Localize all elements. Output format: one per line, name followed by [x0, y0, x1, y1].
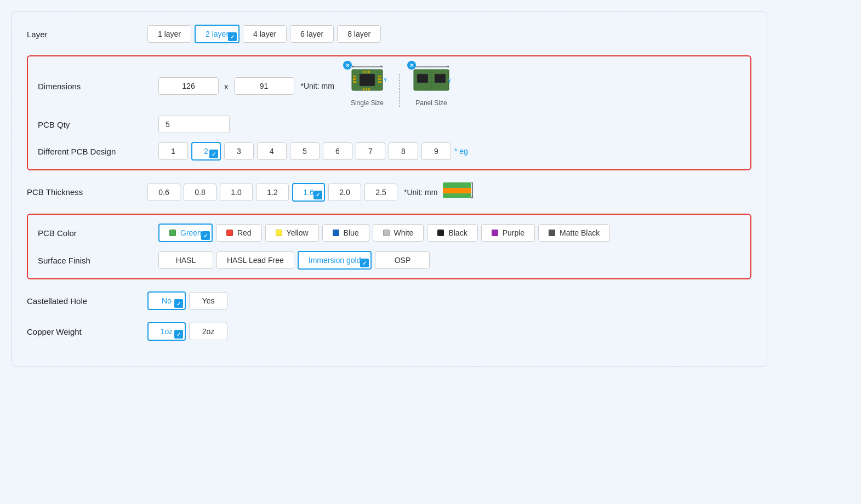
width-input[interactable]	[158, 77, 219, 95]
svg-rect-9	[378, 78, 381, 80]
copper-weight-option[interactable]: 1oz	[147, 322, 186, 341]
pcb-color-option[interactable]: Yellow	[265, 224, 319, 242]
color-label: White	[394, 228, 414, 237]
color-swatch	[226, 230, 233, 236]
svg-rect-11	[363, 71, 364, 73]
surface-finish-option[interactable]: HASL Lead Free	[216, 251, 294, 269]
copper-weight-label: Copper Weight	[27, 327, 147, 336]
color-swatch	[549, 230, 555, 236]
castellated-hole-option[interactable]: No	[147, 291, 186, 310]
surface-finish-option[interactable]: Immersion gold	[298, 251, 372, 270]
color-swatch	[276, 230, 282, 236]
different-pcb-option[interactable]: 1	[158, 142, 188, 160]
castellated-hole-options: NoYes	[147, 291, 227, 310]
pcb-color-option[interactable]: Blue	[322, 224, 369, 242]
svg-rect-26	[443, 182, 471, 188]
different-pcb-label: Different PCB Design	[38, 147, 158, 156]
dimensions-section: Dimensions x *Unit: mm ✕	[27, 55, 751, 170]
color-label: Yellow	[287, 228, 309, 237]
svg-text:Y: Y	[448, 78, 451, 84]
castellated-hole-option[interactable]: Yes	[189, 292, 227, 310]
color-label: Green	[180, 228, 202, 237]
pcb-thickness-options: 0.60.81.01.21.62.02.5	[147, 183, 397, 202]
svg-rect-14	[363, 88, 364, 90]
layer-row: Layer 1 layer2 layer4 layer6 layer8 laye…	[27, 25, 751, 43]
svg-rect-13	[368, 71, 370, 73]
copper-weight-options: 1oz2oz	[147, 322, 227, 341]
color-finish-section: PCB Color GreenRedYellowBlueWhiteBlackPu…	[27, 214, 751, 279]
height-input[interactable]	[234, 77, 294, 95]
different-pcb-row: Different PCB Design 123456789 * eg	[38, 142, 740, 161]
pcb-size-icons: ✕	[347, 65, 451, 107]
different-pcb-option[interactable]: 8	[389, 142, 418, 160]
pcb-thickness-option[interactable]: 1.6	[292, 183, 325, 202]
surface-finish-options: HASLHASL Lead FreeImmersion goldOSP	[158, 251, 430, 270]
panel-size-wrap: ✕	[412, 65, 451, 107]
color-swatch	[169, 230, 176, 236]
pcb-qty-input[interactable]	[158, 116, 230, 133]
castellated-hole-label: Castellated Hole	[27, 296, 147, 306]
pcb-thickness-option[interactable]: 0.6	[147, 184, 180, 201]
color-label: Matte Black	[560, 228, 600, 237]
layer-option[interactable]: 1 layer	[147, 25, 191, 43]
pcb-color-option[interactable]: White	[373, 224, 424, 242]
surface-finish-label: Surface Finish	[38, 256, 158, 265]
different-pcb-option[interactable]: 3	[224, 142, 254, 160]
different-pcb-option[interactable]: 7	[356, 142, 385, 160]
svg-rect-6	[353, 78, 356, 80]
different-pcb-option[interactable]: 6	[323, 142, 352, 160]
pcb-color-option[interactable]: Purple	[481, 224, 535, 242]
pcb-thickness-option[interactable]: 1.2	[256, 184, 289, 201]
svg-rect-27	[443, 188, 471, 193]
layer-option[interactable]: 2 layer	[195, 25, 240, 43]
color-label: Purple	[503, 228, 524, 237]
thickness-unit: *Unit: mm	[404, 188, 437, 197]
copper-weight-option[interactable]: 2oz	[189, 323, 227, 340]
different-pcb-options: 123456789	[158, 142, 451, 161]
different-pcb-option[interactable]: 2	[191, 142, 221, 161]
layer-options: 1 layer2 layer4 layer6 layer8 layer	[147, 25, 381, 43]
pcb-thickness-option[interactable]: 0.8	[184, 184, 216, 201]
dimensions-row: Dimensions x *Unit: mm ✕	[38, 65, 740, 107]
svg-rect-28	[443, 193, 471, 198]
single-size-x-btn[interactable]: ✕	[343, 61, 352, 70]
pcb-color-option[interactable]: Black	[427, 224, 477, 242]
svg-rect-16	[368, 88, 370, 90]
color-swatch	[492, 230, 498, 236]
pcb-qty-label: PCB Qty	[38, 120, 158, 129]
layer-option[interactable]: 4 layer	[243, 25, 287, 43]
svg-rect-12	[366, 71, 367, 73]
svg-rect-4	[360, 74, 375, 86]
single-size-label: Single Size	[351, 99, 384, 107]
pcb-thickness-option[interactable]: 2.0	[328, 184, 361, 201]
panel-size-svg: Y	[412, 65, 451, 95]
pcb-thickness-option[interactable]: 1.0	[220, 184, 253, 201]
pcb-color-row: PCB Color GreenRedYellowBlueWhiteBlackPu…	[38, 224, 740, 242]
svg-rect-5	[353, 76, 356, 77]
layer-option[interactable]: 8 layer	[337, 25, 381, 43]
panel-size-x-btn[interactable]: ✕	[407, 61, 416, 70]
layer-option[interactable]: 6 layer	[290, 25, 334, 43]
pcb-thickness-option[interactable]: 2.5	[364, 184, 397, 201]
color-swatch	[333, 230, 339, 236]
svg-rect-23	[417, 74, 428, 83]
svg-rect-10	[378, 81, 381, 83]
different-pcb-option[interactable]: 4	[257, 142, 287, 160]
different-pcb-option[interactable]: 5	[290, 142, 320, 160]
svg-text:Y: Y	[384, 77, 387, 83]
surface-finish-option[interactable]: HASL	[158, 251, 213, 269]
different-pcb-option[interactable]: 9	[421, 142, 451, 160]
pcb-qty-row: PCB Qty	[38, 116, 740, 133]
pcb-color-option[interactable]: Green	[158, 224, 213, 242]
pcb-color-option[interactable]: Red	[216, 224, 262, 242]
single-size-svg: Y	[347, 65, 387, 95]
pcb-color-options: GreenRedYellowBlueWhiteBlackPurpleMatte …	[158, 224, 610, 242]
eg-link[interactable]: * eg	[454, 147, 468, 156]
dimensions-label: Dimensions	[38, 82, 158, 91]
color-swatch	[437, 230, 444, 236]
unit-label: *Unit: mm	[301, 82, 334, 90]
thickness-icon	[443, 182, 473, 202]
svg-rect-7	[353, 81, 356, 83]
surface-finish-option[interactable]: OSP	[375, 251, 430, 269]
pcb-color-option[interactable]: Matte Black	[538, 224, 610, 242]
